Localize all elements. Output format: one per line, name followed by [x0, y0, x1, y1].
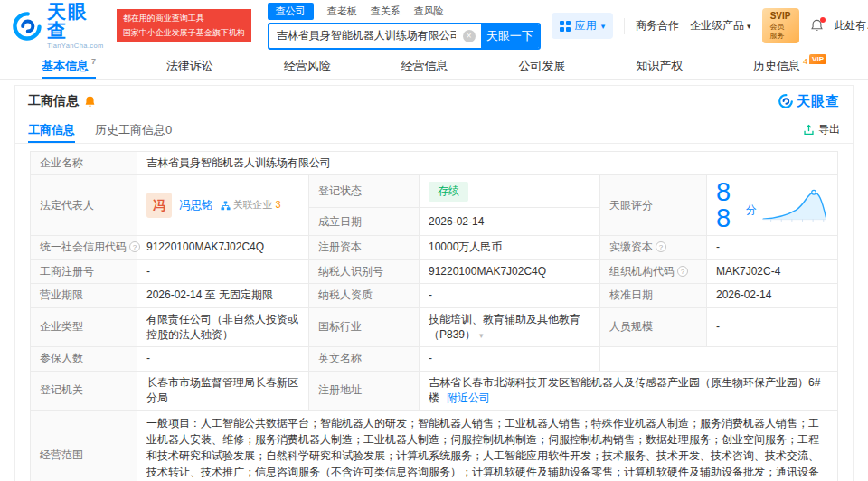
field-label: 实缴资本? [600, 236, 707, 259]
notification-dot [820, 17, 826, 23]
info-icon[interactable]: ? [129, 241, 140, 252]
field-label: 统一社会信用代码? [31, 236, 137, 259]
score-value[interactable]: 88 [716, 179, 742, 231]
main-content: 工商信息 天眼查 工商信息 历史工商信息0 导出 [0, 80, 868, 481]
card-header: 工商信息 天眼查 [15, 86, 853, 117]
tab-operation-risk[interactable]: 经营风险 [284, 52, 331, 79]
tab-operation-info[interactable]: 经营信息 [401, 52, 448, 79]
tianyancha-logo[interactable]: 天眼查 TianYanCha.com [13, 2, 106, 50]
search-tab-risk[interactable]: 查风险 [414, 5, 444, 18]
export-button[interactable]: 导出 [803, 117, 840, 143]
divider [624, 18, 625, 34]
industry-value: 技能培训、教育辅助及其他教育（P839） [429, 313, 580, 341]
search-tabs: 查公司 查老板 查关系 查风险 [268, 3, 541, 20]
field-value: 存续 [420, 175, 600, 208]
org-chart-icon [221, 201, 231, 211]
tab-basic-info[interactable]: 基本信息 7 [42, 52, 96, 79]
tab-history-info[interactable]: 历史信息 4 VIP [753, 52, 826, 79]
logo-subtitle: TianYanCha.com [47, 42, 106, 50]
search-tab-relation[interactable]: 查关系 [371, 5, 401, 18]
field-label: 登记机关 [31, 371, 137, 410]
field-value: 91220100MAK7J02C4Q [420, 259, 600, 283]
apps-menu[interactable]: 应用 ▾ [552, 13, 614, 39]
slogan-banner: 都在用的商业查询工具 国家中小企业发展子基金旗下机构 [117, 9, 251, 42]
subtab-business-info[interactable]: 工商信息 [28, 117, 75, 143]
main-nav: 基本信息 7 法律诉讼 经营风险 经营信息 公司发展 知识产权 历史信息 4 V… [0, 52, 868, 80]
info-icon[interactable]: ? [677, 266, 688, 277]
header-right-note[interactable]: 此处有.. [835, 18, 868, 33]
business-info-table: 企业名称 吉林省員身智能机器人训练场有限公司 法定代表人 冯 冯思铭 [30, 151, 838, 481]
apps-menu-label: 应用 [575, 18, 597, 33]
field-value: 2026-02-14 [707, 284, 838, 307]
tab-label: 历史信息 [753, 58, 800, 74]
address-cell: 吉林省长春市北湖科技开发区智能机器人及传感器产业园（原生物环保产业园）6#楼附近… [420, 371, 838, 410]
field-label: 工商注册号 [31, 259, 137, 283]
logo-swoosh-icon [13, 11, 42, 42]
field-label: 参保人数 [31, 347, 137, 371]
score-chart[interactable] [760, 185, 828, 225]
field-value: - [420, 284, 600, 307]
tab-label: 基本信息 [42, 58, 89, 74]
search-input[interactable] [269, 30, 463, 42]
export-icon [803, 124, 815, 136]
svip-membership-badge[interactable]: SVIP 会员服务 [762, 8, 799, 43]
field-label: 英文名称 [309, 347, 420, 371]
business-scope-value: 一般项目：人工智能公共数据平台；智能机器人的研发；智能机器人销售；工业机器人销售… [137, 410, 838, 481]
search-tab-company[interactable]: 查公司 [268, 3, 314, 20]
subtab-history-business-info[interactable]: 历史工商信息0 [95, 117, 172, 143]
legal-rep-name-link[interactable]: 冯思铭 [179, 197, 213, 213]
chevron-down-icon[interactable]: ▾ [479, 331, 484, 340]
search-tab-boss[interactable]: 查老板 [327, 5, 357, 18]
search-button[interactable]: 天眼一下 [481, 24, 539, 48]
tab-company-development[interactable]: 公司发展 [518, 52, 565, 79]
table-row: 法定代表人 冯 冯思铭 [31, 175, 838, 208]
score-unit: 分 [746, 203, 757, 218]
field-label-text: 统一社会信用代码 [40, 240, 127, 253]
table-row: 登记机关 长春市市场监督管理局长春新区分局 注册地址 吉林省长春市北湖科技开发区… [31, 371, 838, 410]
tab-intellectual-property[interactable]: 知识产权 [636, 52, 683, 79]
table-row: 营业期限 2026-02-14 至 无固定期限 纳税人资质 - 核准日期 202… [31, 284, 838, 307]
slogan-line1: 都在用的商业查询工具 [123, 12, 245, 25]
field-label: 企业类型 [31, 307, 137, 347]
field-label: 天眼评分 [600, 175, 707, 236]
tab-count: 7 [91, 57, 96, 66]
logo-title: 天眼查 [47, 2, 106, 40]
vip-badge: VIP [809, 54, 826, 64]
chevron-down-icon: ▾ [601, 22, 606, 31]
field-label: 登记状态 [309, 175, 420, 208]
link-business-cooperation[interactable]: 商务合作 [636, 18, 679, 33]
table-row: 统一社会信用代码? 91220100MAK7J02C4Q 注册资本 10000万… [31, 236, 838, 259]
avatar[interactable]: 冯 [146, 193, 172, 218]
field-value: - [707, 307, 838, 347]
field-value: 长春市市场监督管理局长春新区分局 [137, 371, 309, 410]
alarm-bell-icon[interactable] [84, 96, 96, 108]
search-area: 查公司 查老板 查关系 查风险 × 天眼一下 [268, 3, 541, 50]
field-label: 注册地址 [309, 371, 420, 410]
field-value: - [137, 259, 309, 283]
field-label: 企业名称 [31, 152, 137, 175]
field-label: 经营范围 [31, 410, 137, 481]
info-icon[interactable]: ? [656, 241, 666, 252]
svip-label: SVIP [770, 11, 791, 23]
clear-icon[interactable]: × [463, 30, 476, 42]
tab-label: 知识产权 [636, 58, 683, 74]
related-count: 3 [276, 198, 281, 212]
status-badge: 存续 [429, 182, 468, 201]
link-enterprise-products[interactable]: 企业级产品 ▾ [690, 18, 751, 33]
score-cell: 88 分 [707, 175, 838, 236]
table-row: 参保人数 - 英文名称 - [31, 347, 838, 371]
related-companies-badge[interactable]: 关联企业 3 [221, 198, 281, 212]
field-label-text: 实缴资本 [609, 240, 653, 253]
slogan-line2: 国家中小企业发展子基金旗下机构 [123, 26, 245, 40]
nearby-companies-link[interactable]: 附近公司 [447, 391, 490, 404]
related-label: 关联企业 [233, 198, 273, 212]
chevron-down-icon: ▾ [747, 22, 751, 31]
enterprise-products-label: 企业级产品 [690, 18, 744, 33]
field-value: - [420, 347, 600, 371]
tab-legal-litigation[interactable]: 法律诉讼 [166, 52, 213, 79]
field-value: 2026-02-14 [420, 208, 600, 236]
company-name-value: 吉林省員身智能机器人训练场有限公司 [137, 152, 838, 175]
notification-bell-icon[interactable] [810, 19, 824, 33]
field-label: 纳税人识别号 [309, 259, 420, 283]
field-label: 核准日期 [600, 284, 707, 307]
